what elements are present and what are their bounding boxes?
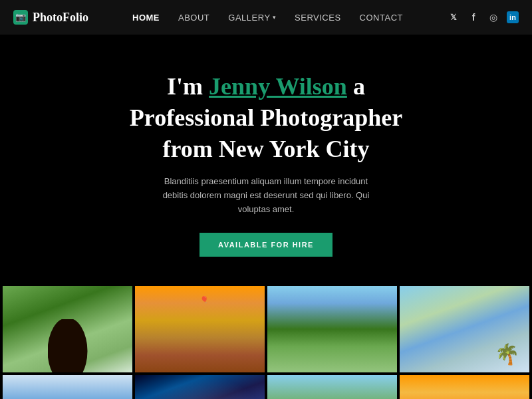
gallery-item-4[interactable]: [400, 286, 529, 372]
instagram-icon[interactable]: ◎: [487, 11, 500, 24]
social-links: 𝕏 f ◎ in: [447, 11, 519, 24]
nav-links: HOME ABOUT GALLERY ▾ SERVICES CONTACT: [132, 13, 403, 23]
hire-button[interactable]: AVAILABLE FOR HIRE: [200, 233, 332, 257]
camera-icon: 📷: [13, 10, 28, 25]
nav-contact[interactable]: CONTACT: [360, 13, 403, 23]
hero-name: Jenny Wilson: [209, 73, 347, 100]
gallery-item-5[interactable]: [3, 375, 132, 399]
gallery-item-2[interactable]: [135, 286, 265, 372]
hero-heading: I'm Jenny Wilson aProfessional Photograp…: [13, 71, 519, 164]
nav-about[interactable]: ABOUT: [178, 13, 209, 23]
hero-description: Blanditiis praesentium aliquam illum tem…: [160, 175, 372, 216]
gallery-item-7[interactable]: [267, 375, 397, 399]
navigation: 📷 PhotoFolio HOME ABOUT GALLERY ▾ SERVIC…: [0, 0, 532, 35]
gallery-item-3[interactable]: [267, 286, 397, 372]
gallery-grid: [0, 283, 532, 399]
twitter-icon[interactable]: 𝕏: [447, 11, 460, 24]
chevron-down-icon: ▾: [273, 14, 277, 21]
logo-text: PhotoFolio: [33, 11, 88, 25]
gallery-item-1[interactable]: [3, 286, 132, 372]
nav-gallery[interactable]: GALLERY ▾: [228, 13, 276, 23]
hero-heading-pre: I'm: [167, 73, 209, 100]
facebook-icon[interactable]: f: [467, 11, 480, 24]
gallery-item-8[interactable]: [400, 375, 529, 399]
gallery-item-6[interactable]: [135, 375, 265, 399]
hero-section: I'm Jenny Wilson aProfessional Photograp…: [0, 35, 532, 283]
nav-services[interactable]: SERVICES: [295, 13, 341, 23]
nav-home[interactable]: HOME: [132, 13, 160, 23]
linkedin-icon[interactable]: in: [507, 11, 519, 23]
logo[interactable]: 📷 PhotoFolio: [13, 10, 88, 25]
